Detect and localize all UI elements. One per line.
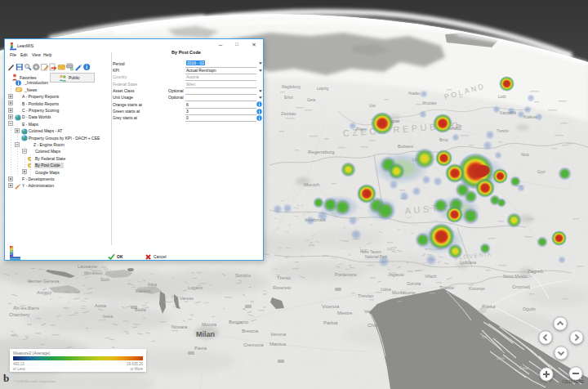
svg-text:Rijeka: Rijeka xyxy=(482,304,496,309)
svg-text:Novo Mesto: Novo Mesto xyxy=(503,274,527,279)
svg-text:Montreux: Montreux xyxy=(84,271,103,275)
svg-text:Magdeburg: Magdeburg xyxy=(282,85,301,89)
svg-text:Aix-les-Bains: Aix-les-Bains xyxy=(13,306,39,311)
svg-text:Usti: Usti xyxy=(369,104,376,108)
svg-text:Graz: Graz xyxy=(466,210,475,215)
svg-text:Erfurt: Erfurt xyxy=(284,96,294,100)
svg-text:Kocevje: Kocevje xyxy=(469,286,485,291)
svg-text:Gyor: Gyor xyxy=(537,170,546,174)
svg-text:Pordenone: Pordenone xyxy=(335,272,357,277)
svg-text:Treviso: Treviso xyxy=(358,293,374,298)
svg-text:Crnomelj: Crnomelj xyxy=(512,284,530,289)
svg-text:Monza: Monza xyxy=(202,322,217,327)
svg-text:Villach: Villach xyxy=(425,274,437,279)
svg-text:Sion: Sion xyxy=(100,277,109,282)
svg-text:Intra: Intra xyxy=(148,282,158,287)
svg-text:Munich: Munich xyxy=(304,182,319,187)
svg-text:Ogulin: Ogulin xyxy=(523,306,536,311)
svg-text:Verona: Verona xyxy=(270,332,287,337)
svg-text:Zagreb: Zagreb xyxy=(528,269,544,274)
svg-text:Krk: Krk xyxy=(482,335,488,339)
svg-text:Krakow: Krakow xyxy=(523,114,537,119)
svg-text:Zwickau: Zwickau xyxy=(281,111,296,116)
svg-text:Trieste: Trieste xyxy=(439,285,455,290)
svg-text:Lodz: Lodz xyxy=(498,95,507,99)
svg-text:Hradec: Hradec xyxy=(408,92,421,96)
svg-text:Linz: Linz xyxy=(412,157,421,162)
svg-text:Rovereto: Rovereto xyxy=(273,285,291,290)
svg-text:Biella: Biella xyxy=(135,307,146,312)
svg-text:Gorizia: Gorizia xyxy=(407,281,421,286)
svg-text:Pilsen: Pilsen xyxy=(356,127,368,132)
svg-text:Padua: Padua xyxy=(323,320,338,325)
svg-text:Vernier Geneva: Vernier Geneva xyxy=(28,279,60,284)
svg-text:Annecy: Annecy xyxy=(37,290,52,295)
svg-text:Brno: Brno xyxy=(439,137,448,142)
svg-text:Brescia: Brescia xyxy=(242,329,259,333)
svg-text:Bergamo: Bergamo xyxy=(229,320,249,324)
svg-text:Chioggia: Chioggia xyxy=(368,323,387,328)
svg-text:Novara: Novara xyxy=(172,324,188,329)
svg-text:Budweis: Budweis xyxy=(398,144,413,149)
svg-text:Innsbruck: Innsbruck xyxy=(305,217,327,222)
svg-text:Lugano: Lugano xyxy=(188,285,203,290)
svg-text:National Park: National Park xyxy=(365,255,388,259)
svg-text:Mestre: Mestre xyxy=(337,311,353,315)
svg-text:Trencin: Trencin xyxy=(497,129,509,133)
svg-text:Sondrio: Sondrio xyxy=(235,273,251,278)
svg-text:Prague: Prague xyxy=(384,118,400,123)
svg-text:Cremona: Cremona xyxy=(243,342,264,347)
svg-text:Gera: Gera xyxy=(307,98,316,102)
svg-text:Ljubljana: Ljubljana xyxy=(460,260,476,265)
svg-text:Udine: Udine xyxy=(381,287,391,292)
svg-text:Cres: Cres xyxy=(497,356,505,360)
svg-text:Baveno: Baveno xyxy=(136,288,151,293)
svg-text:Wroclaw: Wroclaw xyxy=(422,101,437,105)
svg-text:Aosta: Aosta xyxy=(95,303,107,308)
svg-text:Leipzig: Leipzig xyxy=(317,87,329,91)
svg-text:Monfalcone: Monfalcone xyxy=(392,290,415,295)
svg-text:Triglavski: Triglavski xyxy=(389,273,404,277)
svg-text:Zadar: Zadar xyxy=(519,366,529,370)
svg-text:Ivrea: Ivrea xyxy=(103,314,114,319)
svg-text:Milan: Milan xyxy=(196,330,215,338)
svg-text:Mantua: Mantua xyxy=(270,342,287,347)
svg-text:Pavia: Pavia xyxy=(194,346,207,351)
svg-text:Trento: Trento xyxy=(277,275,292,280)
svg-text:Zlin: Zlin xyxy=(456,124,462,128)
svg-text:Vicenza: Vicenza xyxy=(322,304,340,309)
svg-text:Hohe Tauern: Hohe Tauern xyxy=(360,250,381,254)
svg-text:Chambery: Chambery xyxy=(9,312,30,317)
svg-text:Katowice: Katowice xyxy=(500,110,517,115)
svg-text:Nitra: Nitra xyxy=(521,153,529,157)
svg-text:Regensburg: Regensburg xyxy=(308,150,335,154)
svg-text:Lausanne: Lausanne xyxy=(78,264,97,269)
svg-text:Venice: Venice xyxy=(364,309,380,314)
svg-text:Varese: Varese xyxy=(180,296,194,301)
